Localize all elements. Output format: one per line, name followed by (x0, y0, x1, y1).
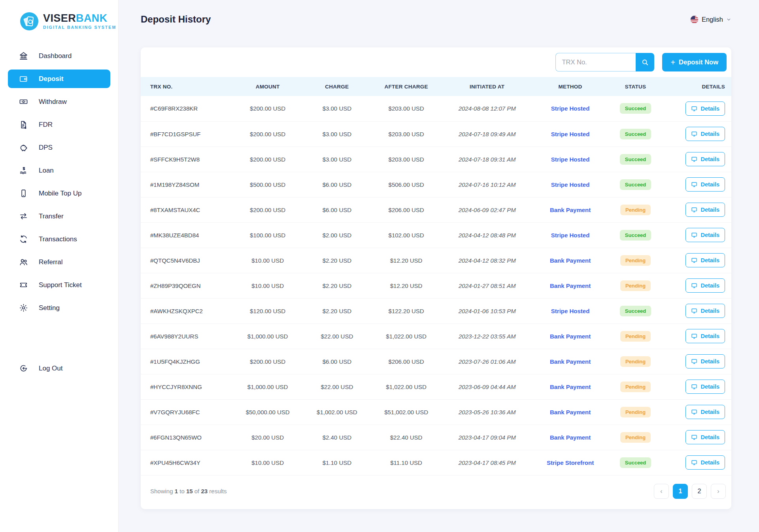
method-link[interactable]: Bank Payment (550, 409, 591, 415)
table-body: #C69F8RX238KR$200.00 USD$3.00 USD$203.00… (141, 96, 731, 475)
sidebar-item-transactions[interactable]: Transactions (8, 230, 110, 248)
pagination-next-button[interactable]: › (711, 484, 726, 499)
after-charge: $11.10 USD (370, 450, 442, 475)
sidebar-item-log-out[interactable]: Log Out (8, 359, 110, 378)
method-link[interactable]: Stripe Hosted (551, 131, 590, 137)
details-button[interactable]: Details (685, 278, 725, 293)
charge: $3.00 USD (304, 121, 370, 147)
brand-logo: VISERBANK DIGITAL BANKING SYSTEM (0, 0, 118, 31)
monitor-icon (691, 409, 697, 415)
pagination-prev-button[interactable]: ‹ (654, 484, 669, 499)
details-button[interactable]: Details (685, 127, 725, 141)
details-button[interactable]: Details (685, 405, 725, 419)
method-link[interactable]: Bank Payment (550, 434, 591, 441)
status-badge: Pending (620, 407, 651, 417)
method-link[interactable]: Stripe Hosted (551, 181, 590, 188)
pagination-page-1[interactable]: 1 (673, 484, 688, 499)
deposit-now-button[interactable]: + Deposit Now (662, 53, 727, 71)
method-link[interactable]: Bank Payment (550, 333, 591, 340)
page-title: Deposit History (141, 14, 211, 25)
initiated-at: 2024-07-18 09:31 AM (442, 147, 532, 172)
sidebar-item-loan[interactable]: Loan (8, 161, 110, 180)
bank-logo-icon (20, 12, 39, 31)
details-button[interactable]: Details (685, 228, 725, 242)
details-button[interactable]: Details (685, 354, 725, 368)
logout-icon (19, 364, 28, 373)
sidebar-item-deposit[interactable]: Deposit (8, 70, 110, 88)
sidebar-item-label: Withdraw (39, 98, 67, 106)
details-button[interactable]: Details (685, 152, 725, 166)
column-header-method: METHOD (532, 77, 608, 96)
amount: $200.00 USD (232, 121, 304, 147)
sidebar-item-transfer[interactable]: Transfer (8, 207, 110, 226)
after-charge: $206.00 USD (370, 349, 442, 374)
column-header-initiated-at: INITIATED AT (442, 77, 532, 96)
banknote-icon (19, 97, 28, 106)
details-button[interactable]: Details (685, 304, 725, 318)
trx-no: #C69F8RX238KR (141, 96, 232, 121)
table-row: #C69F8RX238KR$200.00 USD$3.00 USD$203.00… (141, 96, 731, 121)
method-link[interactable]: Stripe Hosted (551, 308, 590, 314)
method-link[interactable]: Bank Payment (550, 383, 591, 390)
monitor-icon (691, 105, 697, 112)
method-link[interactable]: Stripe Hosted (551, 156, 590, 163)
sidebar-item-dps[interactable]: DPS (8, 138, 110, 157)
table-row: #ZH89P39QOEGN$10.00 USD$2.20 USD$12.20 U… (141, 273, 731, 298)
pagination-page-2[interactable]: 2 (692, 484, 707, 499)
initiated-at: 2024-04-12 08:32 PM (442, 248, 532, 273)
sidebar-item-label: Setting (39, 304, 60, 312)
search-input[interactable] (555, 53, 636, 71)
pagination: ‹12› (654, 484, 726, 499)
monitor-icon (691, 181, 697, 188)
amount: $100.00 USD (232, 222, 304, 248)
details-button[interactable]: Details (685, 455, 725, 470)
table-row: #1U5FQ4KJZHGG$200.00 USD$6.00 USD$206.00… (141, 349, 731, 374)
hand-dollar-icon (19, 166, 28, 175)
monitor-icon (691, 131, 697, 137)
amount: $50,000.00 USD (232, 399, 304, 425)
file-dollar-icon (19, 120, 28, 129)
method-link[interactable]: Stripe Hosted (551, 105, 590, 112)
monitor-icon (691, 358, 697, 365)
search-button[interactable] (636, 53, 654, 71)
details-button[interactable]: Details (685, 102, 725, 116)
sidebar-item-support-ticket[interactable]: Support Ticket (8, 276, 110, 294)
brand-name: VISERBANK (43, 13, 116, 24)
monitor-icon (691, 434, 697, 440)
details-button[interactable]: Details (685, 177, 725, 192)
table-row: #XPU45H6CW34Y$10.00 USD$1.10 USD$11.10 U… (141, 450, 731, 475)
after-charge: $122.20 USD (370, 298, 442, 323)
sidebar-item-withdraw[interactable]: Withdraw (8, 92, 110, 111)
trx-no: #1M198YZ84SOM (141, 172, 232, 197)
method-link[interactable]: Bank Payment (550, 282, 591, 289)
after-charge: $12.20 USD (370, 273, 442, 298)
method-link[interactable]: Stripe Storefront (547, 459, 594, 466)
details-button[interactable]: Details (685, 380, 725, 394)
details-button[interactable]: Details (685, 329, 725, 343)
details-button[interactable]: Details (685, 430, 725, 444)
sidebar-item-label: Mobile Top Up (39, 190, 81, 197)
table-row: #SFFCK9H5T2W8$200.00 USD$3.00 USD$203.00… (141, 147, 731, 172)
after-charge: $206.00 USD (370, 197, 442, 222)
amount: $500.00 USD (232, 172, 304, 197)
table-row: #QTQC5N4V6DBJ$10.00 USD$2.20 USD$12.20 U… (141, 248, 731, 273)
sidebar-item-label: Log Out (39, 365, 63, 372)
main-content: Deposit History English + Deposit Now (119, 0, 759, 532)
method-link[interactable]: Stripe Hosted (551, 232, 590, 239)
details-button[interactable]: Details (685, 253, 725, 267)
sidebar-item-referral[interactable]: Referral (8, 253, 110, 271)
language-selector[interactable]: English (690, 15, 731, 24)
sidebar-item-dashboard[interactable]: Dashboard (8, 47, 110, 65)
status-badge: Succeed (620, 457, 651, 468)
sidebar-item-setting[interactable]: Setting (8, 299, 110, 317)
plus-icon: + (670, 58, 675, 66)
after-charge: $12.20 USD (370, 248, 442, 273)
details-button[interactable]: Details (685, 203, 725, 217)
method-link[interactable]: Bank Payment (550, 358, 591, 365)
monitor-icon (691, 207, 697, 213)
sidebar-item-fdr[interactable]: FDR (8, 115, 110, 134)
monitor-icon (691, 156, 697, 162)
sidebar-item-mobile-top-up[interactable]: Mobile Top Up (8, 184, 110, 203)
method-link[interactable]: Bank Payment (550, 257, 591, 264)
method-link[interactable]: Bank Payment (550, 207, 591, 213)
